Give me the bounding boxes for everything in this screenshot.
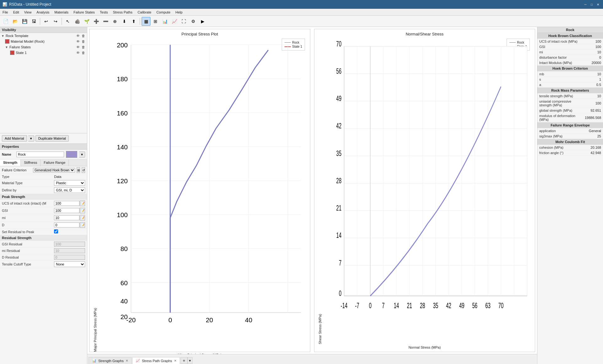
tree-item-material-model[interactable]: Material Model (Rock) 👁 🗑	[0, 39, 87, 44]
ucs-value: 📝	[52, 200, 87, 207]
tree-item-state1[interactable]: State 1 👁 🗑	[0, 50, 87, 56]
add-state-button[interactable]: ➕	[92, 17, 100, 26]
gsi-edit-btn[interactable]: 📝	[80, 208, 85, 213]
menu-calibrate[interactable]: Calibrate	[135, 10, 154, 15]
ucs-input[interactable]	[54, 201, 79, 206]
menu-help[interactable]: Help	[173, 10, 185, 15]
mi-input[interactable]	[54, 215, 79, 220]
material-eye-icon[interactable]: 👁	[76, 39, 80, 44]
disturbance-row: disturbance factor 0	[537, 55, 603, 60]
svg-text:120: 120	[117, 177, 128, 185]
state1-eye-icon[interactable]: 👁	[76, 51, 80, 55]
tensile-cutoff-label: Tensile Cutoff Type	[0, 261, 52, 268]
failure-range-envelope-section: Failure Range Envelope	[537, 122, 603, 128]
disturbance-label: disturbance factor	[537, 55, 583, 60]
add-material-soil-button[interactable]: 🌱	[82, 17, 91, 26]
calibrate-button[interactable]: ⚙	[189, 17, 198, 26]
tab-failure-range[interactable]: Failure Range	[41, 159, 69, 166]
menu-compute[interactable]: Compute	[154, 10, 173, 15]
chart-bar-button[interactable]: 📊	[160, 17, 169, 26]
tensile-cutoff-select[interactable]: None	[54, 261, 85, 267]
add-material-button[interactable]: Add Material	[2, 135, 27, 142]
merge-button[interactable]: ⊕	[111, 17, 119, 26]
tab-stiffness[interactable]: Stiffness	[21, 159, 41, 166]
tree-item-failure-states[interactable]: ▼ Failure States 👁 🗑	[0, 44, 87, 50]
table-view-button[interactable]: ▦	[142, 17, 150, 26]
bottom-tab-strength-graphs[interactable]: 📊 Strength Graphs ✕	[89, 357, 132, 364]
minimize-button[interactable]: ─	[583, 2, 588, 7]
titlebar: 📊 RSData - Untitled Project ─ □ ✕	[0, 0, 603, 9]
grid-view-button[interactable]: ⊞	[151, 17, 160, 26]
stress-path-button[interactable]: ⛶	[179, 17, 188, 26]
menu-materials[interactable]: Materials	[52, 10, 71, 15]
failure-criterion-select[interactable]: Generalized Hoek Brown	[33, 168, 75, 173]
duplicate-material-button[interactable]: Duplicate Material	[35, 135, 69, 142]
export-button[interactable]: ⬆	[129, 17, 138, 26]
modulus-deformation-row: modulus of deformation (MPa) 19886.568	[537, 113, 603, 122]
visibility-eye-icon[interactable]: 👁	[76, 34, 80, 38]
compute-button[interactable]: ▶	[198, 17, 207, 26]
d-input[interactable]	[54, 222, 79, 228]
menu-edit[interactable]: Edit	[11, 10, 22, 15]
ucs-intact-value: 100	[583, 39, 603, 44]
panel-collapse-btn[interactable]: ‹	[537, 90, 537, 102]
gsi-residual-input[interactable]	[54, 242, 85, 247]
define-by-select[interactable]: GSI, mi, D	[54, 187, 85, 193]
app-title: RSData - Untitled Project	[9, 2, 51, 7]
add-material-rock-button[interactable]: 🪨	[73, 17, 82, 26]
svg-text:35: 35	[336, 149, 342, 157]
bottom-tab-stress-close[interactable]: ✕	[174, 359, 177, 362]
chart-line-button[interactable]: 📈	[170, 17, 179, 26]
add-material-dropdown[interactable]: ▼	[28, 136, 34, 142]
tab-strength[interactable]: Strength	[0, 159, 21, 166]
undo-button[interactable]: ↩	[42, 17, 51, 26]
data-column-header: Data	[52, 174, 87, 179]
maximize-button[interactable]: □	[589, 2, 594, 7]
new-button[interactable]: 📄	[1, 17, 10, 26]
add-tab-button[interactable]: +	[181, 357, 187, 364]
material-model-label: Material Model (Rock)	[10, 40, 75, 43]
criterion-icon-btn1[interactable]: ⊞	[77, 167, 80, 173]
select-button[interactable]: ↖	[63, 17, 72, 26]
failure-eye-icon[interactable]: 👁	[76, 45, 80, 49]
failure-expand-icon[interactable]: ▼	[5, 46, 8, 49]
s-value: 1	[583, 77, 603, 82]
close-button[interactable]: ✕	[595, 2, 600, 7]
failure-delete-icon[interactable]: 🗑	[81, 45, 86, 49]
delete-icon[interactable]: 🗑	[81, 34, 86, 38]
menu-tests[interactable]: Tests	[97, 10, 111, 15]
save-button[interactable]: 💾	[20, 17, 29, 26]
d-residual-label: D Residual	[0, 254, 52, 261]
tab-dropdown-button[interactable]: ▼	[187, 357, 193, 364]
tree-item-rock-template[interactable]: ▼ Rock Template 👁 🗑	[0, 33, 87, 39]
save-as-button[interactable]: 🖫	[30, 17, 38, 26]
svg-text:140: 140	[117, 143, 128, 151]
color-dropdown[interactable]: ▼	[79, 152, 85, 158]
material-type-select[interactable]: Plastic	[54, 180, 85, 186]
criterion-icon-btn2[interactable]: ↺	[82, 167, 85, 173]
menu-analysis[interactable]: Analysis	[34, 10, 52, 15]
tensile-strength-row: tensile strength (MPa) 10	[537, 94, 603, 99]
bottom-tab-stress-path[interactable]: 📈 Stress Path Graphs ✕	[132, 357, 180, 364]
set-residual-checkbox[interactable]	[54, 229, 58, 233]
remove-button[interactable]: ➖	[101, 17, 110, 26]
menu-stress-paths[interactable]: Stress Paths	[111, 10, 135, 15]
mi-edit-btn[interactable]: 📝	[80, 215, 85, 221]
mi-residual-input[interactable]	[54, 248, 85, 253]
ucs-edit-btn[interactable]: 📝	[80, 201, 85, 206]
gsi-input[interactable]	[54, 208, 79, 213]
menu-view[interactable]: View	[22, 10, 34, 15]
d-edit-btn[interactable]: 📝	[80, 222, 85, 228]
d-residual-input[interactable]	[54, 255, 85, 260]
menu-failure-states[interactable]: Failure States	[71, 10, 97, 15]
expand-icon[interactable]: ▼	[1, 34, 4, 38]
bottom-tab-strength-close[interactable]: ✕	[126, 359, 128, 362]
name-input[interactable]	[16, 152, 64, 157]
material-delete-icon[interactable]: 🗑	[81, 39, 86, 44]
redo-button[interactable]: ↪	[51, 17, 60, 26]
state1-delete-icon[interactable]: 🗑	[81, 51, 86, 55]
menu-file[interactable]: File	[0, 10, 11, 15]
open-button[interactable]: 📂	[11, 17, 19, 26]
color-picker[interactable]	[66, 151, 77, 158]
import-button[interactable]: ⬇	[120, 17, 129, 26]
